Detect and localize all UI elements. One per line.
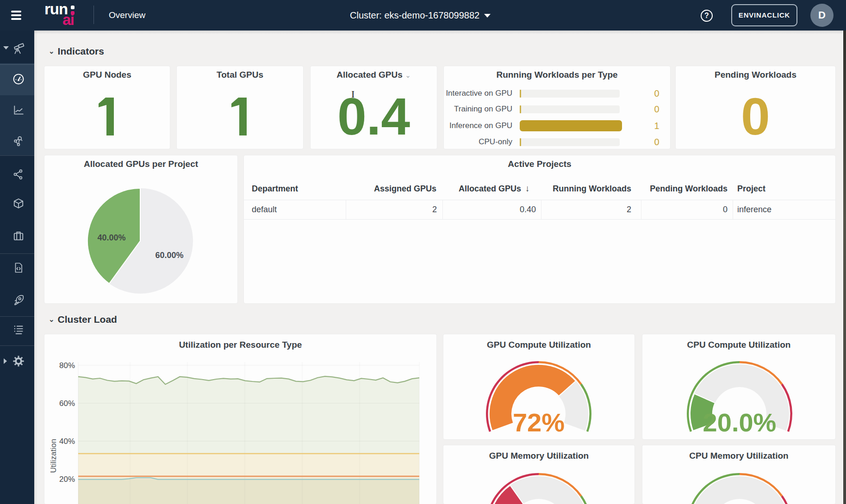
svg-text:60%: 60% [59,399,75,408]
svg-text:60.00%: 60.00% [155,251,183,260]
svg-text:72%: 72% [513,408,565,437]
svg-text:40.00%: 40.00% [97,233,125,242]
svg-text:20.0%: 20.0% [703,408,777,437]
svg-text:40%: 40% [59,437,75,446]
svg-text:Utilization: Utilization [49,439,58,473]
svg-text:80%: 80% [59,361,75,370]
svg-text:20%: 20% [59,475,75,484]
